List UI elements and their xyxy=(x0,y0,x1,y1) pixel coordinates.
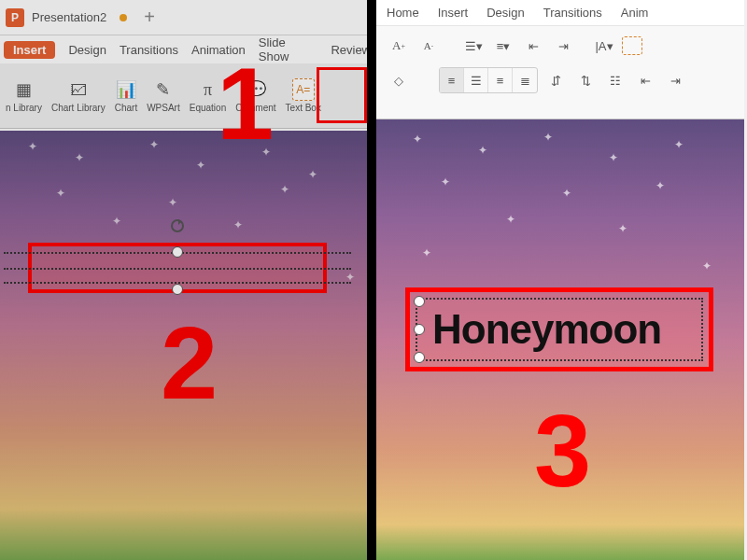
text-box-icon: A= xyxy=(292,78,315,101)
rotate-handle-icon[interactable] xyxy=(171,219,184,232)
grid-icon: ▦ xyxy=(12,78,35,101)
tab-design[interactable]: Design xyxy=(486,6,524,20)
tab-anim[interactable]: Anim xyxy=(621,6,649,20)
unsaved-dot-icon xyxy=(120,14,127,21)
ribbon-chart-library[interactable]: 🗠 Chart Library xyxy=(49,77,107,115)
eraser-button[interactable]: ◇ xyxy=(387,70,411,91)
ribbon-chart[interactable]: 📊 Chart xyxy=(113,77,139,115)
wpsart-icon: ✎ xyxy=(152,78,175,101)
document-title: Presentation2 xyxy=(32,10,106,24)
resize-handle-tl[interactable] xyxy=(414,296,425,307)
title-bar: P Presentation2 + xyxy=(0,0,371,35)
paragraph-align-group: ≡ ☰ ≡ ≣ xyxy=(439,67,538,93)
tab-review[interactable]: Review xyxy=(331,43,371,57)
home-ribbon: A+ A- ☰▾ ≡▾ ⇤ ⇥ |A▾ ◇ ≡ ☰ xyxy=(375,26,744,119)
align-left-button[interactable]: ≡ xyxy=(440,68,464,92)
slide-canvas-right[interactable]: ✦ ✦ ✦ ✦ ✦ ✦ ✦ ✦ ✦ ✦ ✦ ✦ Honeymoon 3 xyxy=(375,119,744,560)
ribbon-tabs-right: Home Insert Design Transitions Anim xyxy=(375,0,744,26)
step-number-1: 1 xyxy=(217,52,274,155)
resize-handle-bl[interactable] xyxy=(414,352,425,363)
selection-dashed-icon[interactable] xyxy=(622,36,642,55)
split-divider xyxy=(367,0,376,560)
indent-increase-button[interactable]: ⇥ xyxy=(551,35,575,56)
ribbon-label: Chart xyxy=(115,103,137,113)
bullets-button[interactable]: ☰▾ xyxy=(461,35,486,56)
resize-handle-bottom[interactable] xyxy=(172,284,183,295)
align-right-button[interactable]: ≡ xyxy=(488,68,513,92)
resize-handle-top[interactable] xyxy=(172,246,183,258)
ribbon-label: WPSArt xyxy=(147,103,180,113)
ribbon-label: Text Box xyxy=(286,103,321,113)
textbox-midline xyxy=(4,268,351,270)
new-tab-button[interactable]: + xyxy=(144,7,155,28)
increase-font-button[interactable]: A+ xyxy=(387,35,411,56)
align-center-button[interactable]: ☰ xyxy=(464,68,488,92)
ribbon-wpsart[interactable]: ✎ WPSArt xyxy=(145,77,182,115)
indent-right-button[interactable]: ⇥ xyxy=(663,70,687,91)
empty-text-box[interactable] xyxy=(28,243,327,293)
numbering-button[interactable]: ≡▾ xyxy=(491,35,515,56)
pi-icon: π xyxy=(196,78,218,101)
tab-insert[interactable]: Insert xyxy=(4,41,55,59)
chart-library-icon: 🗠 xyxy=(67,78,90,101)
insert-ribbon: ▦ n Library 🗠 Chart Library 📊 Chart ✎ WP… xyxy=(0,63,371,129)
tab-transitions[interactable]: Transitions xyxy=(120,43,178,57)
resize-handle-ml[interactable] xyxy=(414,324,425,335)
step-number-3: 3 xyxy=(534,399,591,502)
text-box-content[interactable]: Honeymoon xyxy=(432,306,661,353)
ribbon-label: n Library xyxy=(6,103,42,113)
ribbon-text-box[interactable]: A= Text Box xyxy=(284,77,323,115)
tab-design[interactable]: Design xyxy=(68,43,106,57)
columns-button[interactable]: ☷ xyxy=(603,70,627,91)
ribbon-label: Chart Library xyxy=(51,103,106,113)
line-spacing-button[interactable]: ⇵ xyxy=(543,70,568,91)
tab-insert[interactable]: Insert xyxy=(438,6,469,20)
indent-decrease-button[interactable]: ⇤ xyxy=(521,35,545,56)
step-1-highlight-box xyxy=(317,67,367,123)
text-box-filled[interactable]: Honeymoon xyxy=(405,287,713,371)
step-number-2: 2 xyxy=(161,312,218,414)
paragraph-spacing-button[interactable]: ⇅ xyxy=(573,70,598,91)
text-direction-button[interactable]: |A▾ xyxy=(592,35,616,56)
ribbon-tabs: Insert Design Transitions Animation Slid… xyxy=(0,35,371,63)
align-justify-button[interactable]: ≣ xyxy=(513,68,537,92)
ribbon-item-library[interactable]: ▦ n Library xyxy=(4,77,44,115)
tab-home[interactable]: Home xyxy=(387,6,419,20)
chart-icon: 📊 xyxy=(115,78,137,101)
tab-transitions[interactable]: Transitions xyxy=(543,6,602,20)
indent-left-button[interactable]: ⇤ xyxy=(633,70,657,91)
app-icon: P xyxy=(6,8,24,27)
decrease-font-button[interactable]: A- xyxy=(416,35,441,56)
